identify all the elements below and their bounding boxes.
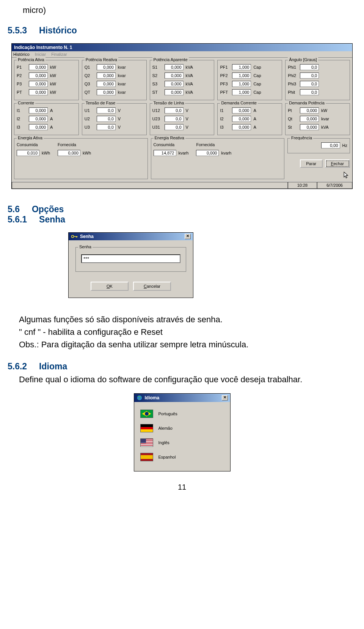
field-row: Phi30,0 <box>288 81 347 87</box>
field-value: 0,000 <box>165 73 184 79</box>
lang-row-de[interactable]: Alemão <box>140 421 225 435</box>
field-label: I3 <box>17 125 27 129</box>
close-icon[interactable]: ✕ <box>222 395 228 400</box>
field-label: Phi1 <box>288 65 298 69</box>
field-value: 0,0 <box>97 116 116 122</box>
field-unit: V <box>186 125 188 129</box>
field-unit: A <box>50 108 53 113</box>
unit: Hz <box>342 143 347 148</box>
menu-historico[interactable]: Histórico <box>13 52 30 57</box>
groupbox-title: Potência Aparente <box>152 57 189 62</box>
senha-input[interactable] <box>81 254 180 263</box>
field-label: Phi3 <box>288 82 298 86</box>
field-label: Qt <box>288 117 298 121</box>
field-label: U1 <box>85 108 95 113</box>
field-value: 0,000 <box>29 81 48 87</box>
window-title: Indicação Instrumento N. 1 <box>14 45 72 50</box>
field-label: St <box>288 125 298 129</box>
field-unit: kvar <box>118 82 126 86</box>
groupbox-tensao-linha: Tensão de LinhaU120,0VU230,0VU310,0V <box>150 103 215 135</box>
groupbox-potencia-ativa: Potência AtivaP10,000kWP20,000kWP30,000k… <box>14 60 79 100</box>
field-value: 0,0 <box>300 89 319 95</box>
groupbox-potencia-aparente: Potência AparenteS10,000kVAS20,000kVAS30… <box>150 60 215 100</box>
groupbox-demanda-potencia: Demanda PotênciaPt0,000kWQt0,000kvarSt0,… <box>285 103 350 135</box>
field-unit: kvar <box>321 117 329 121</box>
field-value: 0,0 <box>300 73 319 79</box>
menu-finalizar[interactable]: Finalizar <box>51 52 67 57</box>
field-row: U30,0V <box>85 124 144 130</box>
value-energia-ativa-consumida: 0,010 <box>17 150 39 156</box>
idioma-list: PortuguêsAlemãoInglêsEspanhol <box>134 402 230 471</box>
groupbox-title: Senha <box>78 244 93 249</box>
field-row: Phit0,0 <box>288 89 347 95</box>
flag-en-icon <box>140 438 153 447</box>
field-row: QT0,000kvar <box>85 89 144 95</box>
lang-row-pt[interactable]: Português <box>140 407 225 421</box>
field-label: U31 <box>152 125 163 129</box>
groupbox-title: Demanda Corrente <box>220 101 258 105</box>
groupbox-pf: PF11,000CapPF21,000CapPF31,000CapPFT1,00… <box>217 60 282 100</box>
field-value: 0,0 <box>97 107 116 114</box>
field-row: S30,000kVA <box>152 81 212 87</box>
field-value: 0,000 <box>29 107 48 114</box>
lang-row-en[interactable]: Inglês <box>140 435 225 450</box>
field-row: Q30,000kvar <box>85 81 144 87</box>
titlebar-idioma: Idioma ✕ <box>134 394 230 402</box>
field-label: Q1 <box>85 65 95 69</box>
heading-562: 5.6.2 Idioma <box>8 361 364 372</box>
field-value: 0,000 <box>29 124 48 130</box>
field-value: 0,000 <box>97 81 116 87</box>
ok-button[interactable]: OK <box>91 282 129 291</box>
field-row: U10,0V <box>85 107 144 114</box>
field-unit: A <box>50 117 53 121</box>
label-fornecida: Fornecida <box>58 142 91 147</box>
label-consumida: Consumida <box>17 142 50 147</box>
field-unit: A <box>253 108 256 113</box>
value-energia-ativa-fornecida: 0,000 <box>58 150 80 156</box>
field-label: I1 <box>17 108 27 113</box>
field-row: Phi20,0 <box>288 73 347 79</box>
doc-para2: " cnf " - habilita a configuração e Rese… <box>19 326 345 338</box>
field-value: 0,0 <box>97 124 116 130</box>
doc-para4: Define qual o idioma do software de conf… <box>19 373 345 386</box>
cancel-button[interactable]: Cancelar <box>133 282 171 291</box>
field-unit: kW <box>50 90 56 95</box>
lang-label: Espanhol <box>158 455 176 459</box>
field-row: I20,000A <box>220 116 279 122</box>
field-row: U230,0V <box>152 116 212 122</box>
field-row: PF21,000Cap <box>220 73 279 79</box>
field-row: U310,0V <box>152 124 212 130</box>
field-row: PF11,000Cap <box>220 64 279 70</box>
field-label: S3 <box>152 82 163 86</box>
statusbar: 10:28 6/7/2006 <box>12 181 352 189</box>
unit: kvarh <box>221 151 231 155</box>
window-idioma: Idioma ✕ PortuguêsAlemãoInglêsEspanhol <box>134 393 231 471</box>
lang-row-es[interactable]: Espanhol <box>140 450 225 464</box>
cancel-mnemonic: C <box>144 284 147 288</box>
groupbox-title: Energia Reativa <box>154 136 185 140</box>
field-label: PFT <box>220 90 231 95</box>
window-senha: Senha ✕ Senha OK Cancelar <box>68 232 193 298</box>
ok-mnemonic: O <box>107 284 110 288</box>
menu-iniciar[interactable]: Iniciar <box>35 52 46 57</box>
groupbox-corrente: CorrenteI10,000AI20,000AI30,000A <box>14 103 79 135</box>
field-label: U23 <box>152 117 163 121</box>
window-idioma-title: Idioma <box>145 395 160 400</box>
value-energia-reativa-fornecida: 0,000 <box>196 150 219 156</box>
field-value: 0,0 <box>165 116 184 122</box>
field-row: I30,000A <box>220 124 279 130</box>
svg-point-0 <box>72 235 74 238</box>
field-value: 0,000 <box>97 73 116 79</box>
ok-rest: K <box>110 284 113 288</box>
field-value: 0,0 <box>165 107 184 114</box>
statusbar-date: 6/7/2006 <box>317 182 352 189</box>
groupbox-title: Potência Ativa <box>17 57 46 62</box>
groupbox-title: Frequência <box>290 136 313 140</box>
label-consumida: Consumida <box>154 142 189 147</box>
fechar-button[interactable]: Fechar <box>325 159 350 168</box>
close-icon[interactable]: ✕ <box>185 234 191 239</box>
field-label: Q2 <box>85 73 95 78</box>
field-value: 0,000 <box>232 116 251 122</box>
parar-button[interactable]: Parar <box>300 159 323 168</box>
field-value: 0,000 <box>165 64 184 70</box>
